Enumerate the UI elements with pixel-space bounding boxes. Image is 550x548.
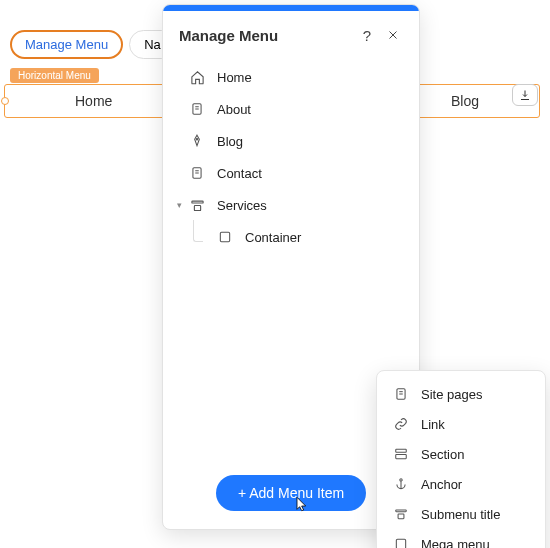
flyout-option-mega-menu[interactable]: Mega menu [383, 529, 539, 548]
menu-item-label: Services [217, 198, 267, 213]
svg-rect-13 [396, 449, 407, 452]
svg-point-15 [400, 479, 402, 481]
menu-item-row[interactable]: Home [177, 61, 405, 93]
submenu-icon [393, 506, 409, 522]
close-button[interactable] [383, 25, 403, 45]
flyout-label: Mega menu [421, 537, 490, 549]
svg-rect-17 [398, 514, 404, 519]
menu-item-home[interactable]: Home [75, 93, 112, 109]
square-icon [393, 536, 409, 548]
anchor-icon [393, 476, 409, 492]
menu-item-row[interactable]: ▾ Services [177, 189, 405, 221]
svg-rect-9 [220, 232, 229, 241]
menu-item-row[interactable]: About [177, 93, 405, 125]
flyout-option-section[interactable]: Section [383, 439, 539, 469]
menu-item-label: Blog [217, 134, 243, 149]
pen-icon [189, 133, 205, 149]
add-item-flyout: Site pages Link Section Anchor Submenu t… [376, 370, 546, 548]
page-icon [393, 386, 409, 402]
page-icon [189, 101, 205, 117]
menu-item-label: About [217, 102, 251, 117]
help-button[interactable]: ? [357, 25, 377, 45]
flyout-option-submenu[interactable]: Submenu title [383, 499, 539, 529]
svg-rect-7 [191, 201, 202, 203]
menu-item-row[interactable]: Contact [177, 157, 405, 189]
menu-item-row[interactable]: Blog [177, 125, 405, 157]
flyout-label: Link [421, 417, 445, 432]
svg-rect-18 [396, 539, 405, 548]
flyout-label: Submenu title [421, 507, 501, 522]
flyout-option-anchor[interactable]: Anchor [383, 469, 539, 499]
add-menu-item-button[interactable]: + Add Menu Item [216, 475, 366, 511]
svg-point-3 [196, 139, 197, 140]
svg-rect-14 [396, 455, 407, 459]
square-icon [217, 229, 233, 245]
page-icon [189, 165, 205, 181]
horizontal-menu-tag: Horizontal Menu [10, 68, 99, 83]
close-icon [387, 29, 399, 41]
svg-rect-8 [194, 205, 200, 210]
help-icon: ? [363, 27, 371, 44]
flyout-label: Section [421, 447, 464, 462]
download-icon [519, 89, 531, 101]
download-button[interactable] [512, 84, 538, 106]
svg-rect-16 [396, 510, 407, 512]
home-icon [189, 69, 205, 85]
link-icon [393, 416, 409, 432]
section-icon [393, 446, 409, 462]
flyout-label: Anchor [421, 477, 462, 492]
flyout-option-link[interactable]: Link [383, 409, 539, 439]
menu-item-label: Container [245, 230, 301, 245]
submenu-icon [189, 197, 205, 213]
flyout-option-site-pages[interactable]: Site pages [383, 379, 539, 409]
panel-header: Manage Menu ? [163, 11, 419, 53]
panel-title: Manage Menu [179, 27, 351, 44]
mouse-cursor-icon [293, 495, 309, 513]
menu-item-blog[interactable]: Blog [451, 93, 479, 109]
menu-item-label: Home [217, 70, 252, 85]
chevron-down-icon[interactable]: ▾ [177, 200, 182, 210]
menu-item-label: Contact [217, 166, 262, 181]
flyout-label: Site pages [421, 387, 482, 402]
manage-menu-pill[interactable]: Manage Menu [10, 30, 123, 59]
resize-handle[interactable] [1, 97, 9, 105]
tree-connector [193, 220, 203, 242]
menu-item-row[interactable]: Container [177, 221, 405, 253]
